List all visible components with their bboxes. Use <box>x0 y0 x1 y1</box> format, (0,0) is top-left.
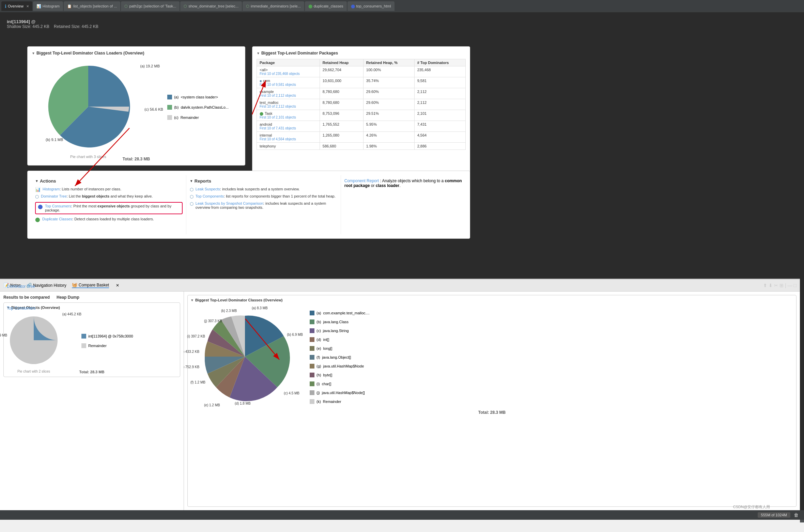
top-components-link[interactable]: Top Components <box>196 194 224 198</box>
dominator-packages-table: Package Retained Heap Retained Heap, % #… <box>257 59 466 150</box>
pkg-android-link[interactable]: First 10 of 7,431 objects <box>260 126 317 130</box>
top-components-icon: ⬡ <box>190 194 194 199</box>
tab-histogram[interactable]: 📊 Histogram <box>33 1 63 11</box>
dup-classes-icon: ⬤ <box>35 217 40 222</box>
pkg-android: android <box>260 122 272 126</box>
cell-pct-telephony: 1.98% <box>363 143 414 150</box>
duplicate-classes-link[interactable]: Duplicate Classes <box>42 217 72 221</box>
tab-label-duplicate-classes: duplicate_classes <box>314 4 343 8</box>
component-report-link[interactable]: Component Report <box>344 178 379 183</box>
br-legend-h: (h) byte[] <box>310 373 370 377</box>
br-legend-key-a: (a) <box>316 311 321 315</box>
pkg-task-link[interactable]: First 10 of 2,101 objects <box>260 115 317 119</box>
tab-label-overview: Overview <box>8 4 24 8</box>
cell-dom-internal: 4,564 <box>414 132 465 143</box>
br-legend-text-b: java.lang.Class <box>323 320 349 324</box>
legend-key-c: (c) <box>174 115 179 120</box>
compare-basket-close[interactable]: ✕ <box>116 283 119 288</box>
br-legend-text-f: java.lang.Object[] <box>322 355 351 359</box>
table-row: test_malloc First 10 of 2,112 objects 8,… <box>257 99 466 110</box>
bottom-right-pie: (a) 8.3 MB (b) 6.9 MB (c) 4.5 MB (d) 1.8… <box>190 306 299 409</box>
br-legend-color-d <box>310 337 314 342</box>
pkg-com-icon: ■ <box>260 79 262 83</box>
pkg-test-malloc-link[interactable]: First 10 of 2,112 objects <box>260 105 317 108</box>
sidebar-dominator-tree[interactable]: Dominator Tree <box>7 284 35 289</box>
col-package: Package <box>257 59 320 66</box>
object-info-section: int[113964] @ Shallow Size: 445.2 KB Ret… <box>7 19 98 29</box>
bottom-right-card: Biggest Top-Level Dominator Classes (Ove… <box>187 295 797 507</box>
tab-close-overview[interactable]: ✕ <box>26 4 29 8</box>
nav-cut-btn[interactable]: ✂ <box>774 283 778 288</box>
br-legend-key-i: (i) <box>316 382 320 386</box>
table-scroll-area[interactable]: Package Retained Heap Retained Heap, % #… <box>257 59 466 150</box>
cell-retained-test-malloc: 8,780,680 <box>320 99 363 110</box>
tab-list-objects[interactable]: 📋 list_objects [selection of ... <box>64 1 120 11</box>
top-consumers-link[interactable]: Top Consumers <box>45 204 71 208</box>
table-row: internal First 10 of 4,564 objects 1,265… <box>257 132 466 143</box>
histogram-link[interactable]: Histogram <box>43 187 60 191</box>
histogram-desc: : Lists number of instances per class. <box>60 187 121 191</box>
br-legend-color-e <box>310 346 314 351</box>
nav-down-btn[interactable]: ⬇ <box>769 283 773 288</box>
br-label-d: (d) 1.8 MB <box>235 402 251 405</box>
bottom-pie-chart: (a) 445.2 KB (b) 27.9 MB Pie chart with … <box>6 313 61 369</box>
tab-icon-path: ⬡ <box>124 4 128 9</box>
component-section: Component Report : Analyze objects which… <box>341 175 466 234</box>
pkg-task-icon: ⬤ <box>260 112 263 115</box>
reports-title: Reports <box>190 178 337 184</box>
legend-item-a: (a) <system class loader> <box>167 95 229 99</box>
tab-icon-info: ℹ <box>5 4 6 9</box>
pie-total-left: Total: 28.3 MB <box>32 157 241 161</box>
retained-size: Retained Size: 445.2 KB <box>54 24 98 29</box>
dominator-tree-link[interactable]: Dominator Tree <box>41 194 67 198</box>
nav-up-btn[interactable]: ⬆ <box>763 283 767 288</box>
histogram-icon: 📊 <box>35 187 41 192</box>
pkg-com-link[interactable]: First 10 of 9,581 objects <box>260 83 317 87</box>
pkg-example-link[interactable]: First 10 of 2,112 objects <box>260 94 317 97</box>
tab-top-consumers[interactable]: ⬤ top_consumers_html <box>347 1 395 11</box>
legend-key-b: (b) <box>174 105 179 109</box>
sidebar-top-consumers[interactable]: Top Consumers <box>7 306 35 311</box>
bottom-pie-area: (a) 445.2 KB (b) 27.9 MB Pie chart with … <box>6 313 177 369</box>
br-legend-color-f <box>310 355 314 360</box>
compare-basket-icon: 🧺 <box>72 282 77 287</box>
tab-immediate-dominators[interactable]: ⬡ immediate_dominators [sele... <box>243 1 304 11</box>
nav-sep: | <box>785 283 786 288</box>
cell-pct-com: 35.74% <box>363 77 414 88</box>
leak-suspects-link[interactable]: Leak Suspects <box>196 187 220 191</box>
bottom-left-card: Biggest Objects (Overview) (a) 445.2 KB … <box>3 302 180 377</box>
leak-snapshot-link[interactable]: Leak Suspects by Snapshot Comparison <box>196 201 263 205</box>
nav-minimize-btn[interactable]: — <box>788 283 792 288</box>
br-legend-text-k: Remainder <box>323 400 341 404</box>
br-legend-color-j <box>310 390 314 395</box>
cell-retained-android: 1,765,552 <box>320 121 363 132</box>
cell-retained-com: 10,601,000 <box>320 77 363 88</box>
tab-path2gc[interactable]: ⬡ path2gc [selection of 'Task... <box>121 1 180 11</box>
tab-dominator-tree[interactable]: ⬡ show_dominator_tree [selec... <box>180 1 242 11</box>
tab-icon-list: 📋 <box>67 4 72 9</box>
tab-label-histogram: Histogram <box>43 4 60 8</box>
cell-dom-telephony: 2,886 <box>414 143 465 150</box>
br-legend-j: (j) java.util.HashMap$Node[] <box>310 390 370 395</box>
bottom-tab-compare-basket[interactable]: 🧺 Compare Basket <box>72 282 109 288</box>
legend-text-b: dalvik.system.PathClassLo... <box>181 105 229 109</box>
br-label-g: (g) 752.9 KB <box>184 365 199 369</box>
nav-copy-btn[interactable]: ⊞ <box>779 283 784 288</box>
cell-dom-all: 235,468 <box>414 66 465 77</box>
pkg-internal-link[interactable]: First 10 of 4,564 objects <box>260 137 317 141</box>
cell-pct-task: 29.51% <box>363 110 414 121</box>
tab-label-list-objects: list_objects [selection of ... <box>73 4 117 8</box>
tab-overview[interactable]: ℹ Overview ✕ <box>1 1 32 11</box>
pkg-internal: internal <box>260 133 272 137</box>
br-legend-text-d: int[] <box>323 338 329 342</box>
pkg-all-link[interactable]: First 10 of 235,468 objects <box>260 72 317 76</box>
tab-icon-tree: ⬡ <box>184 4 187 9</box>
cell-dom-example: 2,112 <box>414 88 465 99</box>
nav-maximize-btn[interactable]: □ <box>794 283 797 288</box>
memory-indicator: 555M of 1024M <box>758 512 790 518</box>
tab-duplicate-classes[interactable]: ⬤ duplicate_classes <box>305 1 347 11</box>
action-dominator-tree: ⬡ Dominator Tree: List the biggest objec… <box>35 194 183 199</box>
bottom-legend-color-a <box>81 334 86 339</box>
bottom-right-panel: Biggest Top-Level Dominator Classes (Ove… <box>184 292 800 510</box>
trash-button[interactable]: 🗑 <box>794 512 799 518</box>
